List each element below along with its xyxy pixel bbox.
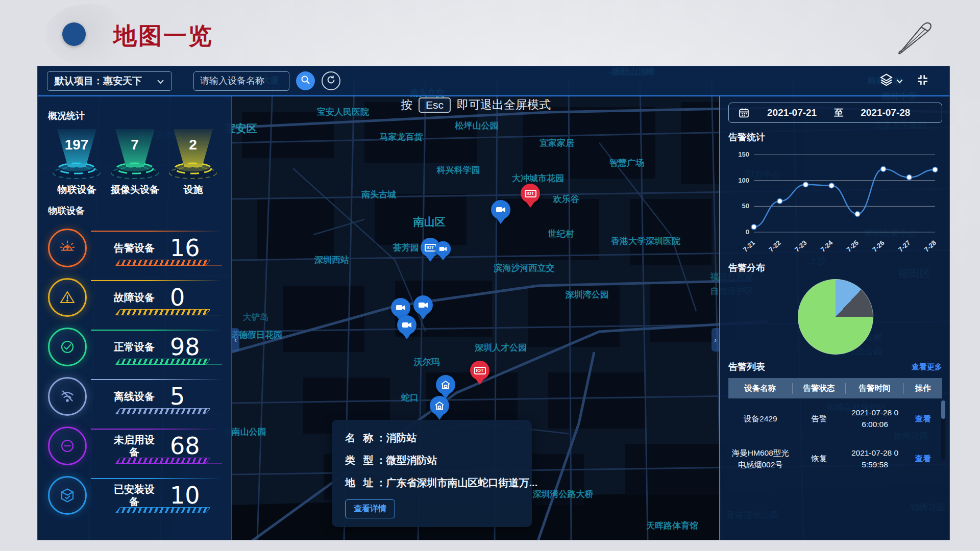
map-marker-camera[interactable] <box>397 315 416 335</box>
page-title: 地图一览 <box>113 20 213 52</box>
left-panel: 概况统计 197 物联设备 7 摄像头设备 <box>38 96 232 540</box>
camera-icon <box>439 246 447 253</box>
svg-text:50: 50 <box>742 202 749 210</box>
map-marker-camera[interactable] <box>435 241 451 257</box>
cell-view-link[interactable]: 查看 <box>904 453 942 464</box>
device-stat-row[interactable]: 离线设备 5 <box>48 371 222 421</box>
map-marker-iot[interactable]: IOT <box>470 361 489 380</box>
scrollbar-thumb[interactable] <box>941 400 945 419</box>
esc-key-badge: Esc <box>419 97 451 113</box>
device-stat-value: 10 <box>170 482 205 509</box>
alarm-table-header: 设备名称告警状态告警时间操作 <box>728 378 942 398</box>
map-marker-station[interactable] <box>430 396 449 415</box>
topbar: 默认项目：惠安天下 <box>38 66 949 96</box>
svg-text:7-23: 7-23 <box>793 239 808 254</box>
layers-button[interactable] <box>879 73 903 89</box>
device-stat-banner: 已安装设备 10 <box>84 475 222 515</box>
fullscreen-button[interactable] <box>916 73 929 88</box>
search-input[interactable] <box>193 71 289 91</box>
device-stat-value: 16 <box>170 234 205 262</box>
search-button[interactable] <box>296 71 315 90</box>
table-header-cell: 告警时间 <box>846 383 903 394</box>
table-scrollbar[interactable] <box>941 400 945 460</box>
chevron-down-icon <box>896 77 903 86</box>
device-stat-row[interactable]: 已安装设备 10 <box>48 470 222 520</box>
overview-stats: 197 物联设备 7 摄像头设备 2 设施 <box>48 128 222 196</box>
table-row: 设备2429 告警 2021-07-28 06:00:06 查看 <box>728 398 942 439</box>
overview-stat-label: 摄像头设备 <box>106 183 164 196</box>
table-header-cell: 操作 <box>904 383 942 394</box>
map-marker-camera[interactable] <box>413 295 433 315</box>
device-stat-label: 已安装设备 <box>110 483 159 508</box>
left-panel-toggle[interactable]: ‹ <box>232 328 239 352</box>
cell-alarm-status: 告警 <box>793 413 846 424</box>
alarm-table: 设备名称告警状态告警时间操作 设备2429 告警 2021-07-28 06:0… <box>728 378 942 479</box>
alarm-stats-title: 告警统计 <box>728 131 942 143</box>
cell-device-name: 设备2429 <box>728 413 793 424</box>
date-start: 2021-07-21 <box>767 107 817 118</box>
right-panel-toggle[interactable]: › <box>712 328 719 352</box>
cell-alarm-time: 2021-07-28 05:59:58 <box>846 447 903 471</box>
topbar-right <box>879 73 929 89</box>
svg-text:150: 150 <box>738 151 749 158</box>
svg-text:7: 7 <box>131 137 139 153</box>
svg-text:7-25: 7-25 <box>845 239 860 254</box>
svg-text:7-22: 7-22 <box>767 239 782 254</box>
devices-title: 物联设备 <box>48 205 222 217</box>
cell-device-name: 海曼HM608型光电感烟002号 <box>728 447 793 471</box>
layers-icon <box>879 73 893 89</box>
alarm-list-title: 告警列表 <box>728 361 765 373</box>
cell-alarm-status: 恢复 <box>793 453 846 464</box>
calendar-icon <box>738 107 750 119</box>
device-stat-row[interactable]: 正常设备 98 <box>48 322 222 371</box>
table-row: 海曼HM608型光电感烟002号 恢复 2021-07-28 05:59:58 … <box>728 439 942 479</box>
map-marker-camera[interactable] <box>391 298 410 317</box>
svg-text:7-24: 7-24 <box>819 239 835 254</box>
wifi-off-icon <box>48 377 87 416</box>
view-detail-button[interactable]: 查看详情 <box>345 499 395 518</box>
map-marker-camera[interactable] <box>491 200 510 219</box>
device-stat-label: 未启用设备 <box>110 434 159 458</box>
camera-icon <box>418 301 428 309</box>
pen-icon <box>895 21 934 57</box>
fire-station-icon <box>440 380 451 389</box>
device-info-popup: 名 称：消防站类 型：微型消防站地 址：广东省深圳市南山区蛇口街道万... 查看… <box>332 420 532 527</box>
alarm-line-chart: 0501001507-217-227-237-247-257-267-277-2… <box>728 144 942 260</box>
overview-stat-label: 设施 <box>164 183 222 196</box>
popup-row: 类 型：微型消防站 <box>345 454 519 467</box>
title-dot-icon <box>62 22 86 46</box>
map-marker-iot[interactable]: IOT <box>521 184 540 203</box>
device-stats-list: 告警设备 16 故障设备 0 正常设备 98 离线设备 5 未启用设备 68 已… <box>48 223 222 520</box>
svg-text:7-27: 7-27 <box>897 239 912 254</box>
date-separator: 至 <box>834 107 843 119</box>
overview-title: 概况统计 <box>48 110 222 122</box>
fullscreen-esc-hint: 按 Esc 即可退出全屏模式 <box>401 97 551 113</box>
svg-text:100: 100 <box>738 177 749 184</box>
chevron-down-icon <box>157 76 164 87</box>
table-header-cell: 设备名称 <box>728 383 793 394</box>
date-end: 2021-07-28 <box>861 107 910 118</box>
device-stat-banner: 告警设备 16 <box>84 228 222 268</box>
popup-row: 地 址：广东省深圳市南山区蛇口街道万... <box>345 476 519 490</box>
device-stat-row[interactable]: 告警设备 16 <box>48 223 222 272</box>
camera-icon <box>396 304 406 312</box>
popup-row: 名 称：消防站 <box>345 431 519 445</box>
device-stat-label: 告警设备 <box>110 242 159 254</box>
date-range-picker[interactable]: 2021-07-21 至 2021-07-28 <box>728 103 942 123</box>
dashboard: -塘朗山顶峰梅林一村梅林中学通大厦深业新岸线南头立交宝安人民医院宝安区松坪山公园… <box>37 66 950 540</box>
camera-icon <box>496 206 506 214</box>
device-stat-label: 正常设备 <box>110 341 159 353</box>
svg-text:2: 2 <box>189 137 197 153</box>
device-stat-row[interactable]: 故障设备 0 <box>48 272 222 322</box>
refresh-button[interactable] <box>322 71 340 90</box>
svg-text:7-21: 7-21 <box>742 239 756 254</box>
svg-text:7-26: 7-26 <box>871 239 886 254</box>
alarm-table-body: 设备2429 告警 2021-07-28 06:00:06 查看海曼HM608型… <box>728 398 942 479</box>
view-more-link[interactable]: 查看更多 <box>912 362 942 372</box>
iot-icon: IOT <box>474 367 486 374</box>
map-marker-station[interactable] <box>436 375 455 394</box>
check-circle-icon <box>48 328 87 366</box>
cell-view-link[interactable]: 查看 <box>904 413 942 424</box>
project-select[interactable]: 默认项目：惠安天下 <box>47 71 172 91</box>
device-stat-row[interactable]: 未启用设备 68 <box>48 421 222 470</box>
